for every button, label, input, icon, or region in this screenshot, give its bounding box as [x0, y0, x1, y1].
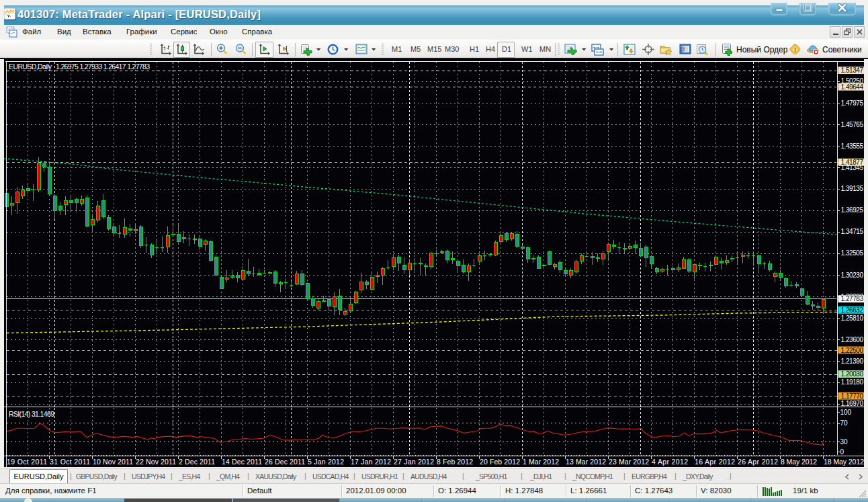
- svg-text:1.39135: 1.39135: [841, 185, 864, 192]
- svg-text:!: !: [794, 46, 796, 53]
- svg-text:19 Oct 2011: 19 Oct 2011: [7, 458, 47, 466]
- svg-text:30: 30: [840, 438, 849, 446]
- svg-text:8 May 2012: 8 May 2012: [781, 458, 817, 466]
- svg-text:31 Oct 2011: 31 Oct 2011: [50, 458, 90, 466]
- svg-text:1 Mar 2012: 1 Mar 2012: [523, 458, 559, 466]
- svg-text:1.22500: 1.22500: [841, 347, 864, 354]
- svg-text:1.25810: 1.25810: [841, 315, 864, 322]
- svg-text:1.51347: 1.51347: [841, 67, 864, 74]
- svg-text:2 Dec 2011: 2 Dec 2011: [179, 458, 215, 466]
- svg-text:1.26975 1.27933 1.26417 1.2778: 1.26975 1.27933 1.26417 1.27783: [56, 62, 150, 71]
- svg-text:13 Mar 2012: 13 Mar 2012: [566, 458, 606, 466]
- svg-text:100: 100: [840, 409, 852, 416]
- svg-text:1.17770: 1.17770: [841, 392, 864, 400]
- svg-text:0: 0: [840, 448, 844, 456]
- svg-text:16 Apr 2012: 16 Apr 2012: [695, 458, 735, 466]
- svg-text:14 Dec 2011: 14 Dec 2011: [222, 458, 262, 466]
- svg-text:27 Jan 2012: 27 Jan 2012: [394, 458, 434, 466]
- svg-text:1.30230: 1.30230: [841, 271, 864, 279]
- svg-text:1.26632: 1.26632: [841, 306, 864, 314]
- svg-text:EURUSD,Daily: EURUSD,Daily: [9, 62, 52, 71]
- svg-text:1.32505: 1.32505: [841, 249, 864, 257]
- svg-text:1.16970: 1.16970: [841, 400, 864, 407]
- svg-text:70: 70: [840, 419, 849, 427]
- svg-text:1.36925: 1.36925: [841, 206, 864, 214]
- svg-text:8 Feb 2012: 8 Feb 2012: [437, 458, 473, 466]
- svg-text:26 Apr 2012: 26 Apr 2012: [738, 458, 778, 466]
- svg-text:10 Nov 2011: 10 Nov 2011: [93, 458, 133, 466]
- svg-text:4 Apr 2012: 4 Apr 2012: [652, 458, 688, 466]
- svg-text:17 Jan 2012: 17 Jan 2012: [351, 458, 391, 466]
- svg-text:1.19180: 1.19180: [841, 378, 864, 386]
- svg-text:1.34715: 1.34715: [841, 228, 864, 235]
- svg-text:1.45765: 1.45765: [841, 121, 864, 128]
- svg-text:1.47975: 1.47975: [841, 99, 864, 107]
- svg-text:1.41877: 1.41877: [841, 159, 864, 166]
- svg-text:26 Dec 2011: 26 Dec 2011: [265, 458, 305, 466]
- svg-text:1.23600: 1.23600: [841, 336, 864, 343]
- svg-text:1.49644: 1.49644: [841, 83, 864, 91]
- svg-text:1.43555: 1.43555: [841, 142, 864, 150]
- svg-text:1.27783: 1.27783: [841, 295, 864, 302]
- svg-text:20 Feb 2012: 20 Feb 2012: [480, 458, 520, 466]
- svg-text:1.20030: 1.20030: [841, 370, 864, 378]
- svg-text:5 Jan 2012: 5 Jan 2012: [308, 458, 344, 466]
- svg-text:23 Mar 2012: 23 Mar 2012: [609, 458, 649, 466]
- svg-text:RSI(14) 31.1469: RSI(14) 31.1469: [9, 410, 54, 418]
- svg-text:22 Nov 2011: 22 Nov 2011: [136, 458, 176, 466]
- svg-text:18 May 2012: 18 May 2012: [824, 458, 864, 466]
- svg-text:1.21390: 1.21390: [841, 358, 864, 365]
